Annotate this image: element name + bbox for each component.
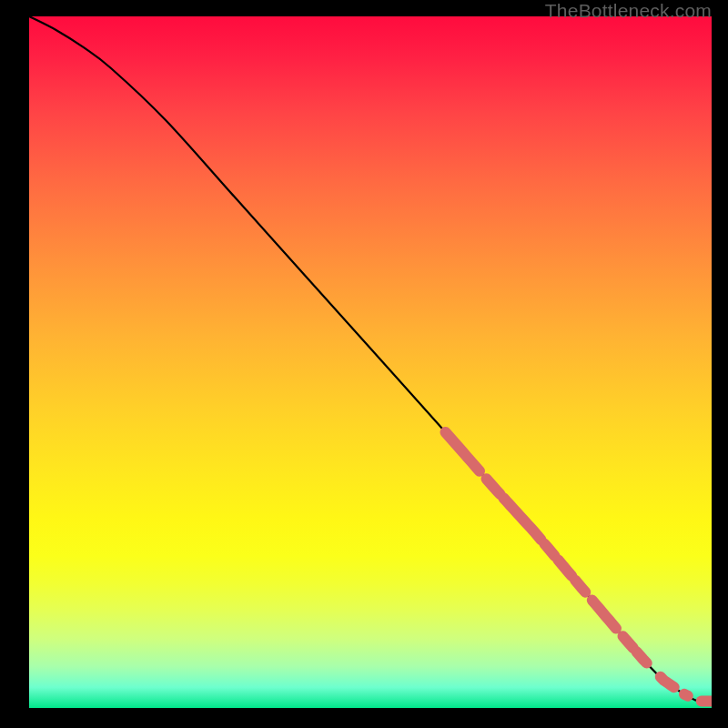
highlight-segment (558, 560, 571, 576)
highlight-segment (544, 544, 554, 556)
highlight-segment (684, 694, 688, 696)
chart-frame: TheBottleneck.com (0, 0, 728, 728)
main-curve (29, 16, 712, 702)
highlight-segment (661, 677, 674, 687)
highlight-segment (575, 580, 585, 592)
highlight-segment (446, 432, 480, 471)
highlight-segment (623, 636, 633, 648)
highlight-markers (446, 432, 713, 701)
plot-area (29, 16, 712, 708)
highlight-segment (637, 652, 647, 662)
watermark-text: TheBottleneck.com (545, 0, 712, 22)
highlight-segment (503, 498, 541, 540)
highlight-segment (592, 601, 616, 629)
highlight-segment (487, 479, 500, 494)
chart-svg (29, 16, 712, 708)
